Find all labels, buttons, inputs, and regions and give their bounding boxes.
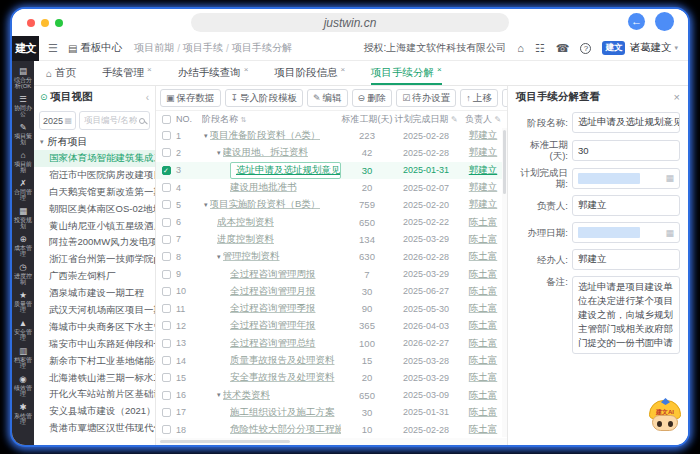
project-search-input[interactable]: 项目编号/名称 xyxy=(79,111,150,130)
stage-name-link[interactable]: 建设用地批准书 xyxy=(230,181,297,194)
stage-name-link[interactable]: 安全事故报告及处理资料 xyxy=(230,371,335,384)
table-row[interactable]: 15安全事故报告及处理资料202025-03-29陈土富 xyxy=(156,369,507,386)
table-row[interactable]: 6成本控制资料6502025-02-22陈土富 xyxy=(156,213,507,230)
project-tree-item[interactable]: 瑞安市中山东路延伸段和长汀路 xyxy=(34,336,155,353)
table-row[interactable]: 11全过程咨询管理季报902025-05-30陈土富 xyxy=(156,300,507,317)
collapse-panel-icon[interactable]: ‹ xyxy=(146,92,149,103)
row-checkbox[interactable]: ✓ xyxy=(156,166,176,175)
sidebar-item-okr[interactable]: ▤综合分析(OKR) xyxy=(12,64,34,92)
tab-home[interactable]: ⌂首页 xyxy=(46,61,76,85)
search-icon[interactable] xyxy=(139,118,145,124)
owner-link[interactable]: 陈土富 xyxy=(459,216,507,229)
handle-date-input[interactable]: ▦ xyxy=(572,222,680,243)
stage-name-link[interactable]: 选址申请及选址规划意见通知书 xyxy=(230,162,341,179)
edit-button[interactable]: ✎编辑 xyxy=(307,89,348,107)
tab-procedure-management[interactable]: 手续管理× xyxy=(102,61,152,85)
maximize-window-button[interactable] xyxy=(55,19,63,27)
row-checkbox[interactable] xyxy=(156,218,176,227)
close-tab-icon[interactable]: × xyxy=(340,65,345,74)
table-row[interactable]: 4建设用地批准书202025-02-07郭建立 xyxy=(156,179,507,196)
table-row[interactable]: 17施工组织设计及施工方案302025-01-31陈土富 xyxy=(156,404,507,421)
todo-settings-button[interactable]: ☑待办设置 xyxy=(396,89,456,107)
project-tree-item[interactable]: 武汉天河机场南区项目一期工程 xyxy=(34,302,155,319)
standard-days-input[interactable]: 30 xyxy=(572,140,680,161)
tab-project-phase-info[interactable]: 项目阶段信息× xyxy=(274,61,345,85)
project-tree-item[interactable]: 安义县城市建设（2021）PPP项 xyxy=(34,403,155,420)
row-checkbox[interactable] xyxy=(156,200,176,209)
project-tree-item[interactable]: 广西崇左饲料厂 xyxy=(34,268,155,285)
import-phase-template-button[interactable]: ↧导入阶段模板 xyxy=(225,89,304,107)
nav-dashboard-center[interactable]: 看板中心 xyxy=(80,41,122,55)
plan-date-input[interactable]: ▦ xyxy=(572,168,680,189)
stage-name-link[interactable]: 项目实施阶段资料（B类） xyxy=(210,198,321,211)
sidebar-item-planning[interactable]: ✎项目策划 xyxy=(12,120,34,148)
tab-project-procedure-breakdown[interactable]: 项目手续分解× xyxy=(371,61,442,85)
row-checkbox[interactable] xyxy=(156,235,176,244)
menu-toggle-icon[interactable]: ☰ xyxy=(48,42,58,55)
tab-completed-procedure-query[interactable]: 办结手续查询× xyxy=(178,61,249,85)
stage-name-link[interactable]: 建设用地、拆迁资料 xyxy=(223,146,309,159)
table-row[interactable]: 9全过程咨询管理周报72025-03-29陈土富 xyxy=(156,265,507,282)
project-tree-item[interactable]: 宿迁市中医院病房改建项目智能 xyxy=(34,167,155,184)
owner-link[interactable]: 陈土富 xyxy=(459,423,507,436)
sidebar-item-schedule[interactable]: ◷进度控制 xyxy=(12,260,34,288)
vertical-scrollbar[interactable] xyxy=(502,128,507,437)
row-checkbox[interactable] xyxy=(156,304,176,313)
move-down-button[interactable]: ↓下移 xyxy=(502,89,507,107)
address-bar[interactable]: justwin.cn xyxy=(191,13,509,32)
owner-link[interactable]: 陈土富 xyxy=(459,302,507,315)
project-tree-item[interactable]: 北海港铁山港三期一标水工项目 xyxy=(34,370,155,387)
table-row[interactable]: 12全过程咨询管理年报3652026-04-03陈土富 xyxy=(156,317,507,334)
row-checkbox[interactable] xyxy=(156,321,176,330)
horizontal-scrollbar[interactable] xyxy=(156,438,507,445)
minimize-window-button[interactable] xyxy=(41,19,49,27)
row-checkbox[interactable] xyxy=(156,425,176,434)
user-name[interactable]: 诸葛建文 xyxy=(629,41,671,55)
collapse-caret-icon[interactable]: ▾ xyxy=(217,149,221,157)
owner-link[interactable]: 郭建立 xyxy=(459,164,507,177)
owner-input[interactable]: 郭建立 xyxy=(572,195,680,216)
back-button[interactable]: ← xyxy=(628,13,645,30)
table-row[interactable]: ✓3选址申请及选址规划意见通知书302025-01-31郭建立 xyxy=(156,162,507,179)
stage-name-link[interactable]: 全过程咨询管理年报 xyxy=(230,319,316,332)
row-checkbox[interactable] xyxy=(156,270,176,279)
project-tree-item[interactable]: 阿拉善200MW风力发电项目风机 xyxy=(34,234,155,251)
owner-link[interactable]: 陈土富 xyxy=(459,389,507,402)
close-window-button[interactable] xyxy=(27,19,35,27)
delete-button[interactable]: ⊖删除 xyxy=(352,89,393,107)
year-select[interactable]: 2025 ▦ xyxy=(39,111,76,130)
close-icon[interactable]: × xyxy=(674,91,680,103)
owner-link[interactable]: 郭建立 xyxy=(459,198,507,211)
profile-button[interactable] xyxy=(655,12,674,31)
stage-name-link[interactable]: 成本控制资料 xyxy=(217,216,274,229)
stage-name-link[interactable]: 质量事故报告及处理资料 xyxy=(230,354,335,367)
project-tree-item[interactable]: 国家体育场智能建筑集成系统建 xyxy=(34,150,155,167)
stage-name-link[interactable]: 进度控制资料 xyxy=(217,233,274,246)
column-stage-name[interactable]: 阶段名称 ⇅ xyxy=(202,113,341,126)
sidebar-item-quality[interactable]: ★质量管理 xyxy=(12,288,34,316)
handler-input[interactable]: 郭建立 xyxy=(572,249,680,270)
table-row[interactable]: 16▾技术类资料6502025-03-09陈土富 xyxy=(156,386,507,403)
help-icon[interactable]: ? xyxy=(580,43,591,54)
owner-link[interactable]: 陈土富 xyxy=(459,285,507,298)
owner-link[interactable]: 陈土富 xyxy=(459,268,507,281)
tree-caret-icon[interactable]: ▾ xyxy=(40,138,44,146)
stage-name-link[interactable]: 全过程咨询管理总结 xyxy=(230,337,316,350)
project-tree-item[interactable]: 开化火车站站前片区基础设施配 xyxy=(34,386,155,403)
project-tree-root[interactable]: ▾ 所有项目 xyxy=(34,133,155,150)
collapse-caret-icon[interactable]: ▾ xyxy=(204,132,208,140)
owner-link[interactable]: 陈土富 xyxy=(459,233,507,246)
table-row[interactable]: 8▾管理控制资料6302026-02-28陈土富 xyxy=(156,248,507,265)
row-checkbox[interactable] xyxy=(156,339,176,348)
row-checkbox[interactable] xyxy=(156,252,176,261)
edit-column-icon[interactable]: ✎ xyxy=(451,115,458,124)
row-checkbox[interactable] xyxy=(156,356,176,365)
stage-name-link[interactable]: 项目准备阶段资料（A类） xyxy=(210,129,321,142)
row-checkbox[interactable] xyxy=(156,131,176,140)
table-row[interactable]: 10全过程咨询管理月报302025-06-27陈土富 xyxy=(156,283,507,300)
stage-name-link[interactable]: 全过程咨询管理季报 xyxy=(230,302,316,315)
sidebar-item-contract[interactable]: ✗合同管理 xyxy=(12,176,34,204)
sidebar-item-performance[interactable]: ◉绩效管理 xyxy=(12,372,34,400)
owner-link[interactable]: 陈土富 xyxy=(459,371,507,384)
table-row[interactable]: 7进度控制资料1342025-03-29陈土富 xyxy=(156,231,507,248)
